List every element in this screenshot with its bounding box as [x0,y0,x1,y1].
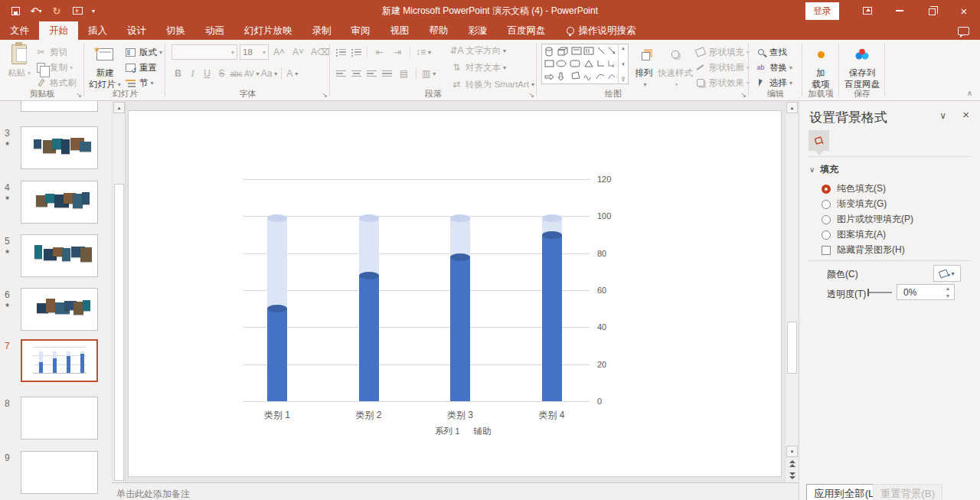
bar-series1-segment[interactable] [542,235,562,402]
tab-12[interactable]: 百度网盘 [498,21,556,40]
text-direction-button[interactable]: ⇵A文字方向 [451,43,506,58]
restore-icon[interactable] [916,0,948,21]
baidu-save-button[interactable]: 保存到百度网盘 [841,43,884,90]
grow-font-icon[interactable]: A˄ [273,45,286,59]
change-case-button[interactable]: Aa [261,67,278,80]
ribbon-display-options-icon[interactable] [851,0,884,21]
redo-icon[interactable]: ↻ [51,5,63,17]
shape-fill-button[interactable]: 形状填充 [694,44,750,60]
tab-7[interactable]: 录制 [302,21,341,40]
save-icon[interactable] [9,5,21,17]
replace-button[interactable]: ab替换 [755,60,792,75]
slide-thumb-partial[interactable] [21,101,98,112]
align-right-icon[interactable] [367,69,377,79]
radio-icon[interactable] [822,215,831,224]
reset-background-button[interactable]: 重置背景(B) [873,484,942,500]
find-button[interactable]: 查找 [755,44,787,60]
panel-scroll-thumb[interactable] [114,184,124,481]
previous-slide-button[interactable] [787,458,798,469]
editor-scroll-thumb[interactable] [787,322,797,374]
align-text-button[interactable]: ⇅对齐文本 [451,60,506,75]
reset-button[interactable]: 重置 [125,60,157,75]
tab-4[interactable]: 切换 [156,21,195,40]
scroll-down-button[interactable]: ▾ [786,446,798,457]
character-spacing-button[interactable]: AV [244,67,260,80]
italic-button[interactable]: I [186,67,199,80]
gallery-scroll-down-icon[interactable]: ▾ [622,61,625,67]
line-spacing-icon[interactable]: ↕≡ [416,45,431,59]
panel-scrollbar[interactable]: ▴ [112,101,125,482]
layout-button[interactable]: 版式 [125,44,162,60]
scroll-up-button[interactable]: ▴ [113,102,125,113]
quick-styles-button[interactable]: 快速样式 [658,43,693,90]
fill-option-2[interactable]: 图片或纹理填充(P) [822,213,913,226]
gallery-more-icon[interactable]: ⊽ [621,77,625,83]
tab-5[interactable]: 动画 [195,21,234,40]
signin-button[interactable]: 登录 [805,2,839,20]
font-color-button[interactable]: A [286,67,299,80]
tab-1[interactable]: 开始 [39,21,78,40]
gallery-scroll-up-icon[interactable]: ▴ [622,45,625,51]
add-remove-columns-icon[interactable]: ▥ [422,67,436,80]
dialog-launcher[interactable]: ↘ [322,91,328,99]
tell-me-search[interactable]: 操作说明搜索 [567,21,636,40]
radio-icon[interactable] [822,230,831,240]
spinner-up-icon[interactable]: ▲ [946,286,951,291]
transparency-slider[interactable] [869,292,892,293]
slideshow-icon[interactable] [71,5,83,17]
fill-tab[interactable] [808,130,829,151]
tab-6[interactable]: 幻灯片放映 [234,21,302,40]
checkbox-icon[interactable] [822,246,831,255]
next-slide-button[interactable] [787,470,798,481]
bar-series1-segment[interactable] [450,257,470,402]
align-left-icon[interactable] [336,69,346,79]
columns-icon[interactable]: ▤ [397,67,410,80]
scroll-up-button[interactable]: ▴ [786,102,798,113]
slide-thumb-7[interactable] [21,339,98,382]
increase-indent-icon[interactable]: ⇥ [391,45,404,59]
copy-button[interactable]: 复制 [35,60,73,75]
spinner-down-icon[interactable]: ▼ [946,293,951,299]
justify-icon[interactable] [382,69,392,79]
tab-11[interactable]: 彩漩 [459,21,498,40]
tab-9[interactable]: 视图 [381,21,420,40]
shapes-gallery[interactable]: ▴ ▾ ⊽ [541,44,629,84]
font-name-combo[interactable]: ▾ [172,44,237,60]
slide-thumb-9[interactable] [21,451,98,494]
panel-options-chevron-icon[interactable]: ∨ [939,110,946,121]
legend[interactable]: 系列 1辅助 [435,426,492,437]
slide-thumb-6[interactable] [21,288,98,331]
dialog-launcher[interactable]: ↘ [528,91,534,99]
dialog-launcher[interactable]: ↘ [740,91,746,99]
bar-aux-segment[interactable] [359,218,379,279]
shape-effects-button[interactable]: 形状效果 [694,75,750,90]
decrease-indent-icon[interactable]: ⇤ [373,45,386,59]
radio-icon[interactable] [822,200,831,209]
new-slide-button[interactable]: ★ 新建幻灯片 [88,43,122,90]
slide-thumb-4[interactable] [21,181,98,224]
bold-button[interactable]: B [172,67,185,80]
comment-icon[interactable] [958,27,969,35]
close-icon[interactable]: × [948,0,980,21]
shrink-font-icon[interactable]: A˅ [292,45,305,59]
slide-thumb-5[interactable] [21,234,98,277]
transparency-input[interactable]: 0% ▲▼ [897,284,955,300]
panel-close-icon[interactable]: × [962,108,969,121]
customize-qat-icon[interactable]: ▾ [92,8,95,15]
clear-formatting-icon[interactable]: A⌫ [311,45,330,59]
undo-icon[interactable]: ↶▾ [30,5,42,17]
shape-outline-button[interactable]: 形状轮廓 [694,60,750,75]
color-picker-button[interactable]: ▾ [933,265,961,282]
dialog-launcher[interactable]: ↘ [76,91,82,99]
hide-bg-checkbox[interactable]: 隐藏背景图形(H) [822,243,905,257]
minimize-icon[interactable] [884,0,916,21]
font-size-combo[interactable]: 18▾ [240,44,269,60]
fill-option-1[interactable]: 渐变填充(G) [822,198,887,211]
arrange-button[interactable]: 排列 [630,43,658,90]
bar-series1-segment[interactable] [359,276,379,401]
numbering-icon[interactable] [351,47,361,57]
subscript-button[interactable]: abc [230,67,243,80]
paste-button[interactable]: 粘贴 [5,43,34,79]
align-center-icon[interactable] [351,69,361,79]
tab-2[interactable]: 插入 [78,21,117,40]
